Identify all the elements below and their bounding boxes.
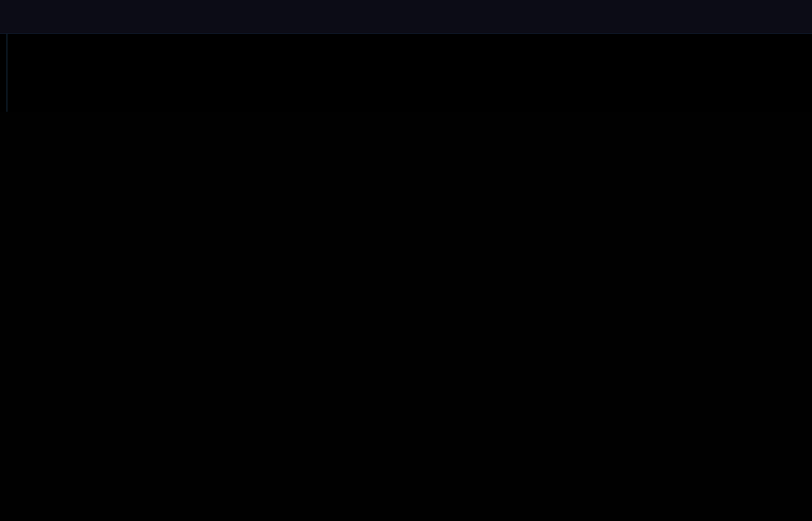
- equity-chart-area: [0, 34, 812, 112]
- brand-text: [796, 2, 805, 12]
- app-window: [0, 0, 812, 521]
- equity-chart-canvas: [0, 34, 812, 112]
- title-bar: [0, 0, 812, 15]
- table-body: [0, 124, 812, 521]
- table-header: [0, 112, 812, 124]
- menu-bar: [0, 15, 812, 34]
